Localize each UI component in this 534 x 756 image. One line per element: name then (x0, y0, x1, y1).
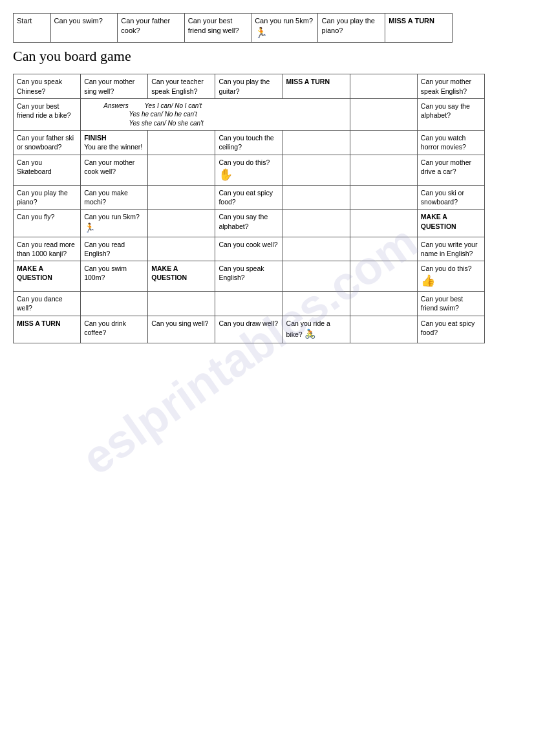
cell-r5c6 (350, 186, 417, 210)
cell-r10c1: MISS A TURN (14, 316, 81, 343)
cell-r7c4: Can you cook well? (215, 237, 283, 261)
top-cell-piano: Can you play the piano? (318, 14, 385, 43)
cell-r8c2: Can you swim 100m? (81, 261, 148, 291)
main-board-table: Can you speak Chinese? Can your mother s… (13, 74, 485, 343)
cell-r8c1: MAKE A QUESTION (14, 261, 81, 291)
cell-r9c2 (81, 292, 148, 316)
cell-r5c3 (148, 186, 215, 210)
top-cell-friend: Can your best friend sing well? (184, 14, 251, 43)
cell-r6c6 (350, 210, 417, 237)
cell-r2c7: Can you say the alphabet? (417, 98, 484, 131)
cell-r7c2: Can you read English? (81, 237, 148, 261)
cell-r9c6 (350, 292, 417, 316)
cell-r3c6 (350, 131, 417, 155)
cell-r10c7: Can you eat spicy food? (417, 316, 484, 343)
cell-r10c4: Can you draw well? (215, 316, 283, 343)
cell-r7c7: Can you write your name in English? (417, 237, 484, 261)
cell-r1c1: Can you speak Chinese? (14, 74, 81, 98)
cell-r6c7: MAKE A QUESTION (417, 210, 484, 237)
cell-r9c3 (148, 292, 215, 316)
cell-r3c5 (283, 131, 350, 155)
cell-r8c4: Can you speak English? (215, 261, 283, 291)
cell-r5c1: Can you play the piano? (14, 186, 81, 210)
top-table: Start Can you swim? Can your father cook… (13, 13, 453, 43)
cell-r4c2: Can your mother cook well? (81, 155, 148, 185)
cell-r4c4: Can you do this? ✋ (215, 155, 283, 185)
cell-r9c1: Can you dance well? (14, 292, 81, 316)
cell-r2c6 (350, 98, 417, 131)
cell-r8c7: Can you do this? 👍 (417, 261, 484, 291)
cell-r1c2: Can your mother sing well? (81, 74, 148, 98)
cell-r2c1: Can your best friend ride a bike? (14, 98, 81, 131)
cell-r4c7: Can your mother drive a car? (417, 155, 484, 185)
cell-r9c4 (215, 292, 283, 316)
cell-r8c3: MAKE A QUESTION (148, 261, 215, 291)
cell-r1c4: Can you play the guitar? (215, 74, 283, 98)
cell-r1c5: MISS A TURN (283, 74, 350, 98)
cell-r5c2: Can you make mochi? (81, 186, 148, 210)
cell-r10c3: Can you sing well? (148, 316, 215, 343)
cell-r10c6 (350, 316, 417, 343)
top-cell-miss: MISS A TURN (385, 14, 453, 43)
top-cell-run: Can you run 5km? 🏃 (251, 14, 318, 43)
cell-r8c5 (283, 261, 350, 291)
top-cell-father: Can your father cook? (118, 14, 185, 43)
page-title: Can you board game (13, 48, 521, 65)
cell-r6c4: Can you say the alphabet? (215, 210, 283, 237)
top-cell-start: Start (14, 14, 51, 43)
cell-r3c4: Can you touch the ceiling? (215, 131, 283, 155)
cell-r4c1: Can you Skateboard (14, 155, 81, 185)
cell-r6c3 (148, 210, 215, 237)
cell-r7c1: Can you read more than 1000 kanji? (14, 237, 81, 261)
cell-r5c5 (283, 186, 350, 210)
top-cell-swim: Can you swim? (50, 14, 118, 43)
cell-r5c7: Can you ski or snowboard? (417, 186, 484, 210)
cell-r6c5 (283, 210, 350, 237)
cell-r3c2: FINISHYou are the winner! (81, 131, 148, 155)
cell-r3c3 (148, 131, 215, 155)
cell-r10c2: Can you drink coffee? (81, 316, 148, 343)
cell-r4c3 (148, 155, 215, 185)
cell-r1c6 (350, 74, 417, 98)
cell-r1c3: Can your teacher speak English? (148, 74, 215, 98)
cell-r4c5 (283, 155, 350, 185)
cell-r5c4: Can you eat spicy food? (215, 186, 283, 210)
cell-r7c6 (350, 237, 417, 261)
cell-r8c6 (350, 261, 417, 291)
bike-icon: 🚴 (304, 329, 315, 339)
hand-icon-1: ✋ (219, 168, 233, 181)
cell-r2c2-5: Answers Yes I can/ No I can't Yes he can… (81, 98, 350, 131)
cell-r7c3 (148, 237, 215, 261)
cell-r3c7: Can you watch horror movies? (417, 131, 484, 155)
cell-r6c1: Can you fly? (14, 210, 81, 237)
cell-r10c5: Can you ride a bike? 🚴 (283, 316, 350, 343)
cell-r3c1: Can your father ski or snowboard? (14, 131, 81, 155)
cell-r1c7: Can your mother speak English? (417, 74, 484, 98)
running-icon-1: 🏃 (84, 222, 95, 233)
cell-r4c6 (350, 155, 417, 185)
cell-r7c5 (283, 237, 350, 261)
thumbs-icon: 👍 (421, 274, 435, 287)
running-icon-top: 🏃 (255, 27, 268, 38)
cell-r9c5 (283, 292, 350, 316)
cell-r9c7: Can your best friend swim? (417, 292, 484, 316)
cell-r6c2: Can you run 5km? 🏃 (81, 210, 148, 237)
